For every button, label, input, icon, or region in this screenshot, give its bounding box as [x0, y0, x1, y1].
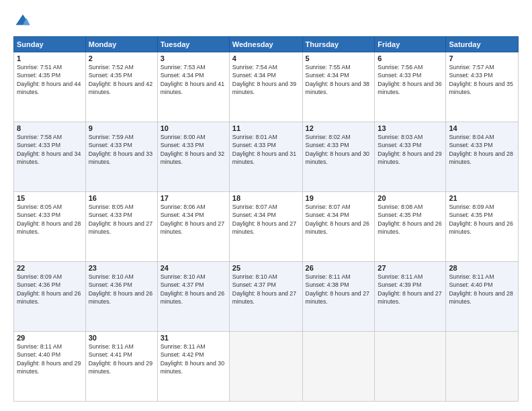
day-number: 30 — [89, 334, 154, 342]
day-cell: 25 Sunrise: 8:10 AMSunset: 4:37 PMDaylig… — [229, 262, 302, 332]
day-info: Sunrise: 8:00 AMSunset: 4:33 PMDaylight:… — [161, 133, 226, 166]
week-row-1: 1 Sunrise: 7:51 AMSunset: 4:35 PMDayligh… — [14, 52, 519, 122]
day-number: 4 — [232, 54, 300, 62]
day-number: 22 — [17, 264, 83, 272]
day-info: Sunrise: 8:11 AMSunset: 4:40 PMDaylight:… — [449, 273, 515, 306]
day-cell: 26 Sunrise: 8:11 AMSunset: 4:38 PMDaylig… — [302, 262, 375, 332]
day-number: 23 — [89, 264, 154, 272]
day-info: Sunrise: 7:56 AMSunset: 4:33 PMDaylight:… — [378, 63, 443, 96]
day-number: 29 — [17, 334, 83, 342]
weekday-header-row: SundayMondayTuesdayWednesdayThursdayFrid… — [14, 37, 519, 52]
day-cell: 27 Sunrise: 8:11 AMSunset: 4:39 PMDaylig… — [375, 262, 446, 332]
day-cell: 4 Sunrise: 7:54 AMSunset: 4:34 PMDayligh… — [229, 52, 302, 122]
day-info: Sunrise: 8:11 AMSunset: 4:39 PMDaylight:… — [378, 273, 443, 306]
day-number: 11 — [232, 124, 300, 132]
day-cell: 3 Sunrise: 7:53 AMSunset: 4:34 PMDayligh… — [157, 52, 229, 122]
day-number: 28 — [449, 264, 515, 272]
logo-icon — [13, 12, 32, 31]
week-row-4: 22 Sunrise: 8:09 AMSunset: 4:36 PMDaylig… — [14, 262, 519, 332]
day-info: Sunrise: 7:57 AMSunset: 4:33 PMDaylight:… — [449, 63, 515, 96]
day-cell: 30 Sunrise: 8:11 AMSunset: 4:41 PMDaylig… — [85, 332, 157, 402]
day-number: 15 — [17, 194, 83, 202]
day-info: Sunrise: 8:08 AMSunset: 4:35 PMDaylight:… — [378, 203, 443, 236]
day-cell: 13 Sunrise: 8:03 AMSunset: 4:33 PMDaylig… — [375, 122, 446, 192]
day-cell: 19 Sunrise: 8:07 AMSunset: 4:34 PMDaylig… — [302, 192, 375, 262]
day-number: 27 — [378, 264, 443, 272]
weekday-header-thursday: Thursday — [302, 37, 375, 52]
day-info: Sunrise: 7:54 AMSunset: 4:34 PMDaylight:… — [232, 63, 300, 96]
week-row-3: 15 Sunrise: 8:05 AMSunset: 4:33 PMDaylig… — [14, 192, 519, 262]
day-cell: 1 Sunrise: 7:51 AMSunset: 4:35 PMDayligh… — [14, 52, 86, 122]
day-cell: 14 Sunrise: 8:04 AMSunset: 4:33 PMDaylig… — [446, 122, 519, 192]
weekday-header-sunday: Sunday — [14, 37, 86, 52]
day-number: 26 — [306, 264, 372, 272]
day-info: Sunrise: 7:58 AMSunset: 4:33 PMDaylight:… — [17, 133, 83, 166]
day-cell: 28 Sunrise: 8:11 AMSunset: 4:40 PMDaylig… — [446, 262, 519, 332]
day-number: 14 — [449, 124, 515, 132]
day-info: Sunrise: 8:11 AMSunset: 4:42 PMDaylight:… — [161, 342, 226, 375]
day-number: 6 — [378, 54, 443, 62]
day-number: 13 — [378, 124, 443, 132]
day-cell: 5 Sunrise: 7:55 AMSunset: 4:34 PMDayligh… — [302, 52, 375, 122]
day-info: Sunrise: 8:11 AMSunset: 4:38 PMDaylight:… — [306, 273, 372, 306]
day-info: Sunrise: 7:51 AMSunset: 4:35 PMDaylight:… — [17, 63, 83, 96]
day-info: Sunrise: 7:55 AMSunset: 4:34 PMDaylight:… — [306, 63, 372, 96]
day-info: Sunrise: 8:01 AMSunset: 4:33 PMDaylight:… — [232, 133, 300, 166]
day-number: 16 — [89, 194, 154, 202]
day-cell: 21 Sunrise: 8:09 AMSunset: 4:35 PMDaylig… — [446, 192, 519, 262]
logo — [13, 12, 35, 31]
day-info: Sunrise: 8:02 AMSunset: 4:33 PMDaylight:… — [306, 133, 372, 166]
day-cell: 23 Sunrise: 8:10 AMSunset: 4:36 PMDaylig… — [85, 262, 157, 332]
day-cell — [446, 332, 519, 402]
day-info: Sunrise: 8:09 AMSunset: 4:35 PMDaylight:… — [449, 203, 515, 236]
weekday-header-monday: Monday — [85, 37, 157, 52]
day-number: 24 — [161, 264, 226, 272]
day-cell: 2 Sunrise: 7:52 AMSunset: 4:35 PMDayligh… — [85, 52, 157, 122]
weekday-header-tuesday: Tuesday — [157, 37, 229, 52]
day-number: 5 — [306, 54, 372, 62]
day-cell: 17 Sunrise: 8:06 AMSunset: 4:34 PMDaylig… — [157, 192, 229, 262]
day-number: 12 — [306, 124, 372, 132]
day-info: Sunrise: 8:11 AMSunset: 4:41 PMDaylight:… — [89, 342, 154, 375]
day-info: Sunrise: 7:53 AMSunset: 4:34 PMDaylight:… — [161, 63, 226, 96]
day-info: Sunrise: 8:04 AMSunset: 4:33 PMDaylight:… — [449, 133, 515, 166]
day-cell: 8 Sunrise: 7:58 AMSunset: 4:33 PMDayligh… — [14, 122, 86, 192]
day-number: 25 — [232, 264, 300, 272]
day-number: 1 — [17, 54, 83, 62]
day-cell: 18 Sunrise: 8:07 AMSunset: 4:34 PMDaylig… — [229, 192, 302, 262]
day-info: Sunrise: 8:10 AMSunset: 4:36 PMDaylight:… — [89, 273, 154, 306]
weekday-header-friday: Friday — [375, 37, 446, 52]
day-cell: 6 Sunrise: 7:56 AMSunset: 4:33 PMDayligh… — [375, 52, 446, 122]
day-cell: 7 Sunrise: 7:57 AMSunset: 4:33 PMDayligh… — [446, 52, 519, 122]
day-cell: 22 Sunrise: 8:09 AMSunset: 4:36 PMDaylig… — [14, 262, 86, 332]
day-number: 2 — [89, 54, 154, 62]
day-number: 17 — [161, 194, 226, 202]
day-cell: 16 Sunrise: 8:05 AMSunset: 4:33 PMDaylig… — [85, 192, 157, 262]
day-cell — [375, 332, 446, 402]
day-info: Sunrise: 8:10 AMSunset: 4:37 PMDaylight:… — [161, 273, 226, 306]
day-info: Sunrise: 8:05 AMSunset: 4:33 PMDaylight:… — [89, 203, 154, 236]
day-cell: 11 Sunrise: 8:01 AMSunset: 4:33 PMDaylig… — [229, 122, 302, 192]
day-number: 31 — [161, 334, 226, 342]
day-cell: 10 Sunrise: 8:00 AMSunset: 4:33 PMDaylig… — [157, 122, 229, 192]
day-number: 18 — [232, 194, 300, 202]
week-row-5: 29 Sunrise: 8:11 AMSunset: 4:40 PMDaylig… — [14, 332, 519, 402]
day-info: Sunrise: 8:06 AMSunset: 4:34 PMDaylight:… — [161, 203, 226, 236]
day-cell — [229, 332, 302, 402]
week-row-2: 8 Sunrise: 7:58 AMSunset: 4:33 PMDayligh… — [14, 122, 519, 192]
day-info: Sunrise: 8:07 AMSunset: 4:34 PMDaylight:… — [232, 203, 300, 236]
day-number: 20 — [378, 194, 443, 202]
day-cell: 29 Sunrise: 8:11 AMSunset: 4:40 PMDaylig… — [14, 332, 86, 402]
day-cell: 9 Sunrise: 7:59 AMSunset: 4:33 PMDayligh… — [85, 122, 157, 192]
weekday-header-wednesday: Wednesday — [229, 37, 302, 52]
header — [13, 12, 519, 31]
day-number: 10 — [161, 124, 226, 132]
weekday-header-saturday: Saturday — [446, 37, 519, 52]
day-number: 21 — [449, 194, 515, 202]
day-number: 3 — [161, 54, 226, 62]
day-info: Sunrise: 8:03 AMSunset: 4:33 PMDaylight:… — [378, 133, 443, 166]
day-info: Sunrise: 8:05 AMSunset: 4:33 PMDaylight:… — [17, 203, 83, 236]
day-info: Sunrise: 7:52 AMSunset: 4:35 PMDaylight:… — [89, 63, 154, 96]
day-cell: 31 Sunrise: 8:11 AMSunset: 4:42 PMDaylig… — [157, 332, 229, 402]
page: SundayMondayTuesdayWednesdayThursdayFrid… — [0, 0, 532, 411]
